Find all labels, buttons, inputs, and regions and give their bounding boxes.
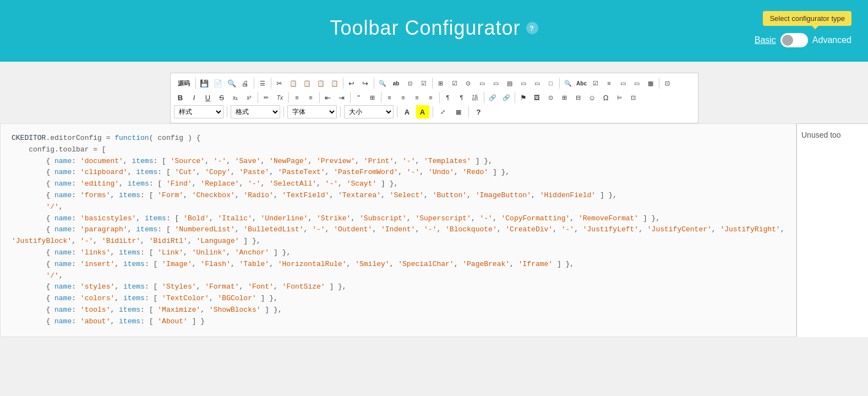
font-select[interactable]: 字体: [287, 105, 337, 118]
copy-btn[interactable]: 📋: [287, 77, 300, 90]
undo-btn[interactable]: ↩: [345, 77, 358, 90]
bottom-area: CKEDITOR.editorConfig = function( config…: [0, 123, 868, 337]
cut-btn[interactable]: ✂: [273, 77, 286, 90]
sep: [484, 92, 484, 103]
code-line-5: { name: 'editing', items: [ 'Find', 'Rep…: [12, 178, 785, 190]
textfield-btn[interactable]: ▭: [476, 77, 489, 90]
sep: [227, 106, 227, 117]
code-line-15: { name: 'colors', items: [ 'TextColor', …: [12, 293, 785, 305]
superscript-btn[interactable]: x²: [243, 91, 256, 104]
image-btn[interactable]: 🖼: [531, 91, 544, 104]
horiz-rule-btn[interactable]: ⊟: [572, 91, 585, 104]
strike-btn[interactable]: S: [215, 91, 228, 104]
select-all-btn[interactable]: ⊡: [403, 77, 417, 90]
table-btn[interactable]: ⊞: [558, 91, 571, 104]
copy-format-btn[interactable]: ✏: [260, 91, 273, 104]
iframe2-btn[interactable]: ⊡: [627, 91, 640, 104]
sep: [432, 78, 433, 89]
sep: [319, 92, 320, 103]
basic-label[interactable]: Basic: [755, 35, 776, 45]
iframe-btn[interactable]: ▭: [630, 77, 643, 90]
sep: [195, 78, 196, 89]
maximize-btn[interactable]: ⊡: [661, 77, 674, 90]
toggle-knob: [782, 35, 793, 46]
numbered-list-btn[interactable]: ≡: [291, 91, 304, 104]
spell-btn[interactable]: ☑: [589, 77, 602, 90]
sep: [659, 78, 659, 89]
new-page-btn[interactable]: 📄: [211, 77, 225, 90]
indent-btn[interactable]: ⇥: [335, 91, 348, 104]
templates-btn[interactable]: ☰: [256, 77, 269, 90]
hidden-field-btn[interactable]: □: [544, 77, 558, 90]
button-btn[interactable]: ▭: [517, 77, 530, 90]
sep: [350, 92, 351, 103]
page-break-btn[interactable]: ⊨: [613, 91, 626, 104]
remove-format-btn[interactable]: Tx: [274, 91, 287, 104]
div-btn[interactable]: ▭: [616, 77, 630, 90]
toggle-area: Select configurator type Basic Advanced: [755, 17, 851, 47]
special-char-btn[interactable]: Ω: [599, 91, 613, 104]
replace-btn[interactable]: ab: [390, 77, 403, 90]
italic-btn[interactable]: I: [188, 91, 201, 104]
unlink-btn[interactable]: 🔗: [500, 91, 513, 104]
flash-btn[interactable]: ⊙: [544, 91, 558, 104]
justify-right-btn[interactable]: ≡: [411, 91, 424, 104]
source-btn[interactable]: 源码: [174, 77, 194, 90]
paste-word-btn[interactable]: 📋: [328, 77, 341, 90]
bg-color-btn[interactable]: A: [416, 105, 429, 118]
underline-btn[interactable]: U: [201, 91, 215, 104]
unused-title: Unused too: [801, 131, 864, 139]
find2-btn[interactable]: 🔍: [561, 77, 575, 90]
format-select[interactable]: 格式: [231, 105, 280, 118]
mode-toggle[interactable]: [780, 33, 808, 47]
print-btn[interactable]: 🖨: [239, 77, 252, 90]
paste-text-btn[interactable]: 📋: [314, 77, 327, 90]
save-btn[interactable]: 💾: [198, 77, 211, 90]
code-panel: CKEDITOR.editorConfig = function( config…: [0, 123, 796, 337]
smiley-btn[interactable]: ☺: [586, 91, 599, 104]
abc-btn[interactable]: Abc: [575, 77, 588, 90]
help-icon[interactable]: ?: [526, 22, 538, 34]
paste-btn[interactable]: 📋: [301, 77, 314, 90]
code-line-8: { name: 'basicstyles', items: [ 'Bold', …: [12, 213, 785, 225]
toggle-controls: Basic Advanced: [755, 33, 851, 47]
find-btn[interactable]: 🔍: [376, 77, 389, 90]
justify-left-btn[interactable]: ≡: [383, 91, 396, 104]
about-btn[interactable]: ?: [472, 105, 485, 118]
styles-select[interactable]: 样式: [174, 105, 223, 118]
flag-btn[interactable]: ⚑: [517, 91, 530, 104]
sep: [468, 106, 469, 117]
show-blocks2-btn[interactable]: ▦: [452, 105, 465, 118]
select-btn[interactable]: ▤: [503, 77, 516, 90]
outdent-btn[interactable]: ⇤: [321, 91, 335, 104]
radio-btn[interactable]: ⊙: [462, 77, 475, 90]
bulleted-list-btn[interactable]: ≡: [304, 91, 318, 104]
subscript-btn[interactable]: x₂: [229, 91, 242, 104]
justify-block-btn[interactable]: ≡: [424, 91, 438, 104]
code-line-7: '/',: [12, 202, 785, 213]
create-div-btn[interactable]: ⊞: [366, 91, 379, 104]
scayt-btn[interactable]: ☑: [417, 77, 430, 90]
link-btn[interactable]: 🔗: [486, 91, 499, 104]
textarea-btn[interactable]: ▭: [489, 77, 503, 90]
fontsize-select[interactable]: 大小: [344, 105, 394, 118]
form-btn[interactable]: ⊞: [434, 77, 447, 90]
blockquote-btn[interactable]: ": [352, 91, 365, 104]
language-btn[interactable]: 語: [469, 91, 482, 104]
image-button-btn[interactable]: ▭: [531, 77, 544, 90]
maximize2-btn[interactable]: ⤢: [436, 105, 450, 118]
justify-full-btn[interactable]: ≡: [603, 77, 616, 90]
sep: [433, 106, 433, 117]
code-line-4: { name: 'clipboard', items: [ 'Cut', 'Co…: [12, 167, 785, 178]
redo-btn[interactable]: ↪: [359, 77, 372, 90]
justify-center-btn[interactable]: ≡: [397, 91, 410, 104]
text-color-btn[interactable]: A: [401, 105, 414, 118]
advanced-label[interactable]: Advanced: [812, 35, 851, 45]
checkbox-btn[interactable]: ☑: [448, 77, 461, 90]
show-blocks-btn[interactable]: ▦: [644, 77, 657, 90]
code-line-16: { name: 'tools', items: [ 'Maximize', 'S…: [12, 305, 785, 316]
bold-btn[interactable]: B: [174, 91, 187, 104]
bidi-ltr-btn[interactable]: ¶: [441, 91, 455, 104]
preview-btn[interactable]: 🔍: [225, 77, 238, 90]
bidi-rtl-btn[interactable]: ¶: [455, 91, 468, 104]
